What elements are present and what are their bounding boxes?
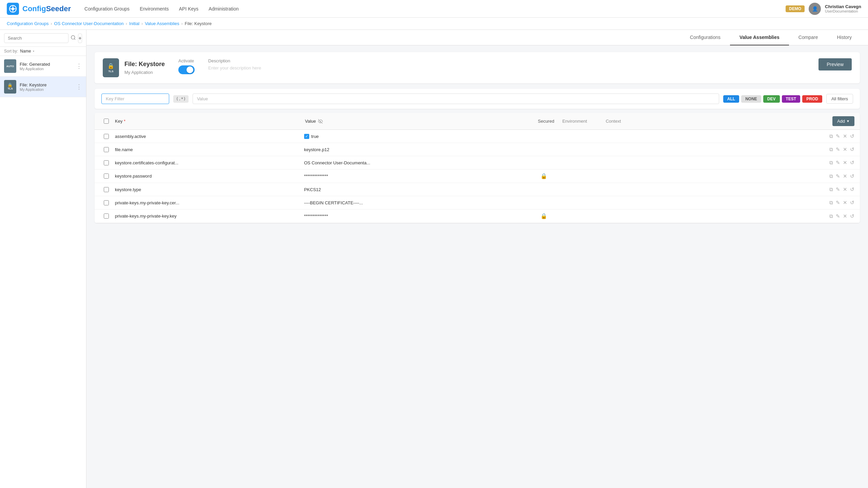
value-filter-input[interactable] <box>193 94 719 104</box>
key-filter-input[interactable] <box>101 94 169 104</box>
edit-icon[interactable]: ✎ <box>836 213 840 219</box>
table-row: assembly.active ✓ true ⧉ ✎ ✕ ↺ <box>95 130 860 143</box>
breadcrumb-sep-4: › <box>181 21 183 26</box>
filter-bar: (.*) ALL NONE DEV TEST PROD All filters <box>95 89 860 109</box>
copy-icon[interactable]: ⧉ <box>829 200 833 206</box>
row-value: ✓ true <box>304 134 528 139</box>
copy-icon[interactable]: ⧉ <box>829 173 833 179</box>
delete-icon[interactable]: ✕ <box>843 173 847 179</box>
delete-icon[interactable]: ✕ <box>843 146 847 152</box>
tab-history[interactable]: History <box>827 30 861 45</box>
delete-icon[interactable]: ✕ <box>843 213 847 219</box>
history-icon[interactable]: ↺ <box>850 133 854 139</box>
row-actions: ⧉ ✎ ✕ ↺ <box>829 173 854 179</box>
history-icon[interactable]: ↺ <box>850 160 854 166</box>
nav-api-keys[interactable]: API Keys <box>179 5 199 13</box>
sidebar-item-file-keystore[interactable]: 🔒TLS File: Keystore My Application ⋮ <box>0 77 86 97</box>
row-value: ************** <box>304 174 528 179</box>
search-icon[interactable] <box>71 35 76 41</box>
nav-environments[interactable]: Environments <box>140 5 169 13</box>
row-key: keystore.password <box>115 174 301 179</box>
detail-title: File: Keystore <box>124 61 165 68</box>
add-button[interactable]: Add ▼ <box>832 116 854 126</box>
file-keystore-icon: 🔒TLS <box>4 80 16 94</box>
edit-icon[interactable]: ✎ <box>836 160 840 166</box>
content-area: Configurations Value Assemblies Compare … <box>86 30 868 488</box>
select-all-checkbox[interactable] <box>104 119 109 124</box>
nav-configuration-groups[interactable]: Configuration Groups <box>84 5 130 13</box>
edit-icon[interactable]: ✎ <box>836 133 840 139</box>
edit-icon[interactable]: ✎ <box>836 200 840 206</box>
sidebar: + Sort by: Name AUTO File: Generated My … <box>0 30 86 488</box>
search-input[interactable] <box>4 33 68 43</box>
sortby-value[interactable]: Name <box>20 49 35 54</box>
history-icon[interactable]: ↺ <box>850 213 854 219</box>
row-checkbox[interactable] <box>104 174 109 179</box>
history-icon[interactable]: ↺ <box>850 173 854 179</box>
delete-icon[interactable]: ✕ <box>843 160 847 166</box>
row-checkbox[interactable] <box>104 134 109 139</box>
edit-icon[interactable]: ✎ <box>836 146 840 152</box>
header-checkbox-col <box>100 119 112 124</box>
tab-configurations[interactable]: Configurations <box>680 30 730 45</box>
row-key: private-keys.my-private-key.key <box>115 214 301 219</box>
copy-icon[interactable]: ⧉ <box>829 146 833 152</box>
row-key: keystore.type <box>115 187 301 192</box>
detail-header: 🔒 TLS File: Keystore My Application Acti… <box>95 52 860 83</box>
header-context: Context <box>606 119 639 124</box>
detail-subtitle: My Application <box>124 70 165 75</box>
eye-off-icon <box>318 119 323 124</box>
row-checkbox[interactable] <box>104 160 109 165</box>
logo-text: ConfigSeeder <box>22 4 71 13</box>
row-checkbox[interactable] <box>104 187 109 192</box>
row-checkbox[interactable] <box>104 214 109 219</box>
preview-button[interactable]: Preview <box>818 58 852 70</box>
regex-badge: (.*) <box>173 95 189 103</box>
tab-value-assemblies[interactable]: Value Assemblies <box>730 30 789 45</box>
breadcrumb-configuration-groups[interactable]: Configuration Groups <box>7 21 49 26</box>
detail-title-block: File: Keystore My Application <box>124 61 165 75</box>
logo-icon <box>7 3 19 15</box>
breadcrumb-value-assemblies[interactable]: Value Assemblies <box>145 21 179 26</box>
tab-compare[interactable]: Compare <box>789 30 828 45</box>
history-icon[interactable]: ↺ <box>850 146 854 152</box>
delete-icon[interactable]: ✕ <box>843 200 847 206</box>
tag-all[interactable]: ALL <box>723 95 739 103</box>
tag-dev[interactable]: DEV <box>763 95 780 103</box>
copy-icon[interactable]: ⧉ <box>829 213 833 219</box>
nav-administration[interactable]: Administration <box>209 5 239 13</box>
tag-prod[interactable]: PROD <box>802 95 822 103</box>
value-checked-icon: ✓ <box>304 134 309 139</box>
edit-icon[interactable]: ✎ <box>836 186 840 192</box>
breadcrumb-initial[interactable]: Initial <box>129 21 139 26</box>
activate-label: Activate <box>178 58 195 63</box>
tag-none[interactable]: NONE <box>741 95 761 103</box>
activate-toggle[interactable] <box>178 65 195 74</box>
row-actions: ⧉ ✎ ✕ ↺ <box>829 200 854 206</box>
delete-icon[interactable]: ✕ <box>843 186 847 192</box>
main-layout: + Sort by: Name AUTO File: Generated My … <box>0 30 868 488</box>
logo: ConfigSeeder <box>7 3 71 15</box>
file-generated-icon: AUTO <box>4 59 16 73</box>
sidebar-item-menu-generated[interactable]: ⋮ <box>76 63 82 69</box>
row-value: OS Connector User-Documenta... <box>304 160 528 165</box>
row-key: file.name <box>115 147 301 152</box>
row-checkbox[interactable] <box>104 200 109 205</box>
sidebar-add-button[interactable]: + <box>78 34 82 43</box>
tag-test[interactable]: TEST <box>782 95 801 103</box>
sidebar-item-file-generated[interactable]: AUTO File: Generated My Application ⋮ <box>0 56 86 77</box>
row-secured: 🔒 <box>530 213 557 219</box>
all-filters-button[interactable]: All filters <box>826 94 853 104</box>
history-icon[interactable]: ↺ <box>850 186 854 192</box>
copy-icon[interactable]: ⧉ <box>829 160 833 166</box>
copy-icon[interactable]: ⧉ <box>829 186 833 192</box>
copy-icon[interactable]: ⧉ <box>829 133 833 139</box>
history-icon[interactable]: ↺ <box>850 200 854 206</box>
edit-icon[interactable]: ✎ <box>836 173 840 179</box>
table-header: Key * Value Secured Environment Context <box>95 113 860 130</box>
sidebar-item-menu-keystore[interactable]: ⋮ <box>76 84 82 90</box>
row-value: ----BEGIN CERTIFICATE----... <box>304 200 528 205</box>
delete-icon[interactable]: ✕ <box>843 133 847 139</box>
breadcrumb-os-connector[interactable]: OS Connector User-Documentation <box>54 21 124 26</box>
row-checkbox[interactable] <box>104 147 109 152</box>
